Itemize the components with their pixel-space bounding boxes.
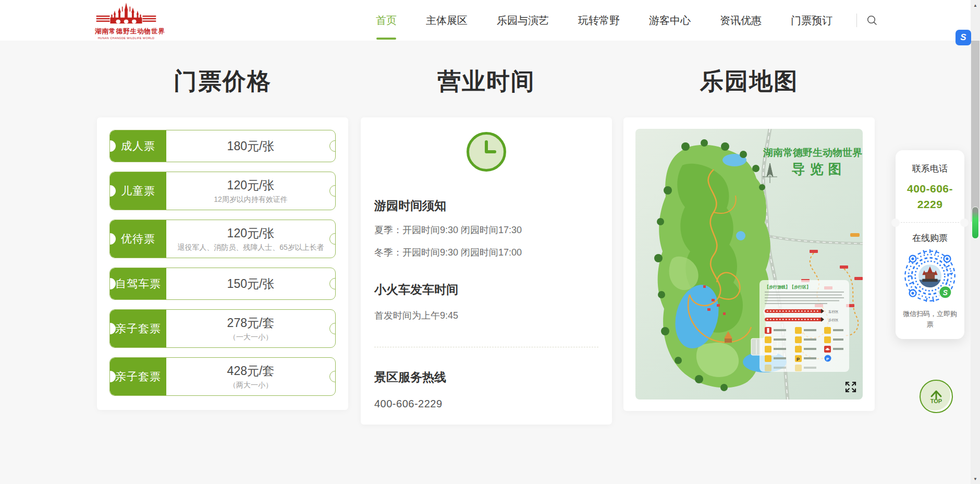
service-hotline-title: 景区服务热线	[374, 369, 598, 385]
online-ticket-label: 在线购票	[901, 232, 959, 244]
ticket-row-concession[interactable]: 优待票 120元/张 退役军人、消防员、残障人士、65岁以上长者	[109, 220, 336, 258]
ticket-name: 成人票	[110, 130, 166, 162]
contact-phone-number[interactable]: 400-606-2229	[901, 181, 959, 213]
section-park-map: 乐园地图	[623, 63, 875, 411]
legend-route-walk-label: 步行区	[828, 318, 839, 322]
qr-center-photo	[918, 264, 941, 287]
arrow-up-icon	[928, 389, 944, 399]
scrollbar-down-arrow[interactable]: ▼	[971, 475, 980, 483]
ticket-prices-card: 成人票 180元/张 儿童票 120元/张 12周岁以内持有效证件 优待票 12…	[97, 117, 348, 410]
winter-hours: 冬季：开园时间9:30 闭园时间17:00	[374, 246, 598, 259]
dashed-divider	[374, 347, 598, 347]
svg-text:S: S	[943, 289, 948, 297]
ticket-price: 120元/张	[227, 225, 275, 241]
qr-caption: 微信扫码，立即购票	[901, 309, 959, 330]
extension-badge[interactable]: S	[956, 30, 971, 45]
ticket-price: 428元/套	[227, 363, 275, 379]
ticket-price: 120元/张	[227, 177, 275, 193]
train-time-title: 小火车发车时间	[374, 282, 598, 298]
park-map-card: 湖南常德野生动物世界 导览图 【步行游线】【步行区】 车行区	[623, 117, 875, 411]
svg-text:P: P	[826, 357, 829, 361]
ticket-name: 亲子套票	[110, 358, 166, 395]
ticket-note: （一大一小）	[229, 333, 273, 342]
back-to-top-label: TOP	[930, 398, 942, 404]
business-hours-card: 游园时间须知 夏季：开园时间9:30 闭园时间17:30 冬季：开园时间9:30…	[361, 117, 612, 425]
guide-map-illustration: 湖南常德野生动物世界 导览图 【步行游线】【步行区】 车行区	[635, 129, 863, 400]
contact-phone-label: 联系电话	[901, 163, 959, 175]
castle-logo-icon	[96, 3, 156, 25]
contact-widget: 联系电话 400-606-2229 在线购票	[896, 150, 964, 339]
park-map-title: 乐园地图	[623, 63, 875, 100]
ticket-price: 180元/张	[227, 138, 275, 154]
park-map-image[interactable]: 湖南常德野生动物世界 导览图 【步行游线】【步行区】 车行区	[635, 129, 863, 400]
map-legend: 【步行游线】【步行区】 车行区 步行区	[760, 280, 849, 372]
logo-title-en: HUNAN CHANGDE WILDLIFE WORLD	[95, 37, 157, 40]
map-fullscreen-button[interactable]	[843, 380, 859, 395]
scrollbar-thumb[interactable]	[971, 41, 979, 222]
ticket-price: 278元/套	[227, 315, 275, 331]
ticket-name: 优待票	[110, 220, 166, 258]
section-ticket-prices: 门票价格 成人票 180元/张 儿童票 120元/张 12周岁以内持有效证件 优…	[97, 63, 348, 410]
nav-divider	[856, 14, 857, 27]
ticket-prices-title: 门票价格	[97, 63, 348, 100]
nav-item-news[interactable]: 资讯优惠	[705, 0, 776, 41]
ticket-note: 12周岁以内持有效证件	[214, 195, 288, 204]
legend-route-drive-label: 车行区	[828, 310, 839, 313]
wechat-qr-code[interactable]: S	[901, 248, 959, 306]
scroll-progress-indicator[interactable]	[972, 207, 979, 239]
search-button[interactable]	[862, 10, 882, 30]
map-title-text: 湖南常德野生动物世界	[763, 147, 862, 158]
ticket-row-family-278[interactable]: 亲子套票 278元/套 （一大一小）	[109, 309, 336, 348]
header: 湖南常德野生动物世界 HUNAN CHANGDE WILDLIFE WORLD …	[0, 0, 971, 41]
widget-divider	[896, 222, 964, 223]
service-hotline-number: 400-606-2229	[374, 398, 598, 410]
nav-item-visitor-center[interactable]: 游客中心	[634, 0, 705, 41]
ticket-name: 自驾车票	[110, 268, 166, 299]
clock-icon	[467, 132, 506, 172]
site-logo[interactable]: 湖南常德野生动物世界 HUNAN CHANGDE WILDLIFE WORLD	[95, 3, 157, 40]
nav-item-play[interactable]: 玩转常野	[564, 0, 634, 41]
fullscreen-expand-icon	[844, 380, 858, 394]
logo-title-cn: 湖南常德野生动物世界	[95, 27, 157, 36]
nav-item-booking[interactable]: 门票预订	[776, 0, 847, 41]
map-legend-title: 【步行游线】【步行区】	[765, 284, 811, 289]
map-subtitle-text: 导览图	[792, 161, 847, 177]
nav-item-shows[interactable]: 乐园与演艺	[482, 0, 564, 41]
back-to-top-button[interactable]: TOP	[920, 380, 953, 413]
summer-hours: 夏季：开园时间9:30 闭园时间17:30	[374, 224, 598, 236]
ticket-note: （两大一小）	[229, 381, 273, 390]
svg-text:P: P	[797, 357, 800, 362]
ticket-row-family-428[interactable]: 亲子套票 428元/套 （两大一小）	[109, 357, 336, 396]
wechat-logo-badge: S	[939, 286, 951, 298]
scrollbar-up-arrow[interactable]: ▲	[971, 1, 980, 9]
search-icon	[866, 15, 878, 26]
nav-item-exhibits[interactable]: 主体展区	[411, 0, 482, 41]
train-first-time: 首发时间为上午9:45	[374, 309, 598, 322]
ticket-name: 亲子套票	[110, 310, 166, 347]
ticket-row-child[interactable]: 儿童票 120元/张 12周岁以内持有效证件	[109, 172, 336, 210]
business-hours-title: 营业时间	[361, 63, 612, 100]
nav-item-home[interactable]: 首页	[361, 0, 411, 41]
section-business-hours: 营业时间 游园时间须知 夏季：开园时间9:30 闭园时间17:30 冬季：开园时…	[361, 63, 612, 425]
ticket-row-self-drive[interactable]: 自驾车票 150元/张	[109, 268, 336, 300]
ticket-name: 儿童票	[110, 172, 166, 210]
ticket-row-adult[interactable]: 成人票 180元/张	[109, 130, 336, 162]
visit-time-notice-title: 游园时间须知	[374, 198, 598, 214]
ticket-note: 退役军人、消防员、残障人士、65岁以上长者	[177, 243, 324, 252]
ticket-price: 150元/张	[227, 276, 275, 292]
main-nav: 首页 主体展区 乐园与演艺 玩转常野 游客中心 资讯优惠 门票预订	[361, 0, 882, 41]
browser-scrollbar[interactable]: ▲ ▼	[971, 0, 980, 484]
